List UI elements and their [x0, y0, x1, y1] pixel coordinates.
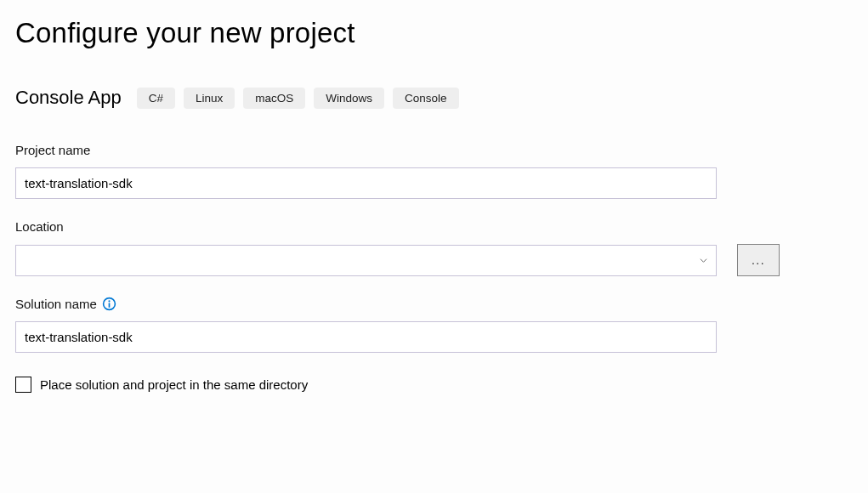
template-tags: C# Linux macOS Windows Console: [137, 88, 459, 109]
browse-button[interactable]: ...: [737, 244, 780, 276]
location-dropdown[interactable]: [15, 245, 717, 276]
same-directory-row: Place solution and project in the same d…: [15, 377, 853, 393]
same-directory-checkbox[interactable]: [15, 377, 31, 393]
svg-point-1: [108, 300, 110, 302]
chevron-down-icon: [700, 257, 707, 264]
solution-name-input[interactable]: [15, 321, 717, 353]
page-title: Configure your new project: [15, 17, 853, 49]
svg-rect-2: [109, 303, 111, 307]
info-icon[interactable]: [102, 297, 116, 311]
project-name-group: Project name: [15, 143, 853, 199]
project-name-input[interactable]: [15, 167, 717, 199]
same-directory-label[interactable]: Place solution and project in the same d…: [40, 377, 308, 392]
location-label: Location: [15, 219, 853, 234]
template-tag: macOS: [243, 88, 305, 109]
location-group: Location ...: [15, 219, 853, 276]
solution-name-label: Solution name: [15, 297, 97, 311]
project-name-label: Project name: [15, 143, 853, 157]
template-tag: C#: [137, 88, 175, 109]
template-tag: Windows: [314, 88, 384, 109]
template-row: Console App C# Linux macOS Windows Conso…: [15, 87, 853, 109]
template-tag: Console: [393, 88, 459, 109]
template-tag: Linux: [184, 88, 235, 109]
solution-name-group: Solution name: [15, 297, 853, 353]
template-name: Console App: [15, 87, 122, 109]
